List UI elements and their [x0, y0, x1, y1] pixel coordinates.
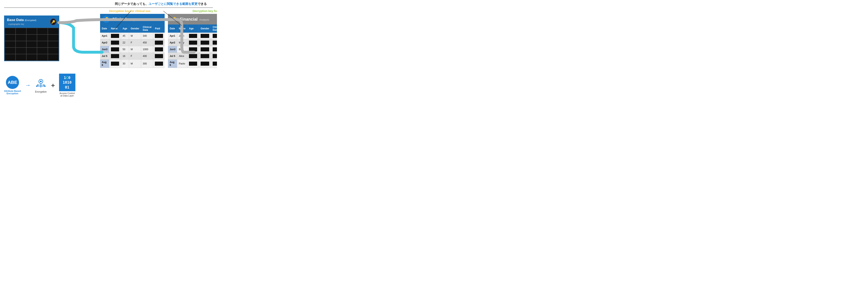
clinical-table-wrapper: 🔑 Clinical Analysis Date Name [100, 14, 165, 68]
financial-data-1 [211, 33, 217, 39]
clinical-data-table: Date Name Age Gender Clinical Data Paid [100, 25, 165, 68]
crypto-key-label: cryptographic key [8, 23, 24, 25]
base-data-title: Base Data (Encrypted) [7, 18, 36, 22]
clinical-data-5: 300 [141, 60, 153, 68]
financial-col-age: Age [187, 25, 199, 33]
table-row: Jul 5 Alice No [168, 53, 217, 60]
access-control-label: Access Control at Data Layer [60, 92, 75, 97]
svg-point-13 [36, 86, 37, 87]
annotation-divider [4, 7, 213, 8]
table-row: Aug 6 Paolo Yes [168, 60, 217, 68]
base-data-header: Base Data (Encrypted) cryptographic key … [4, 16, 59, 28]
clinical-name-2 [109, 39, 121, 46]
financial-table-header: 🔑 Financial Analysis [168, 14, 217, 25]
financial-date-2: Apr2 [168, 39, 177, 46]
base-data-cell [48, 28, 58, 34]
key-icon-circle: 🔑 [50, 19, 56, 25]
financial-name-3: Bob [177, 46, 187, 53]
binary-line1: 1C0 [63, 75, 71, 80]
financial-gender-1 [199, 33, 211, 39]
base-data-cell [16, 28, 26, 34]
table-row: Jun3 Bob No [168, 46, 217, 53]
financial-name-5: Paolo [177, 60, 187, 68]
base-data-cell [16, 48, 26, 54]
base-data-cell [48, 35, 58, 41]
clinical-col-gender: Gender [129, 25, 141, 33]
table-row: Aug 6 30 M 300 [100, 60, 165, 68]
financial-col-gender: Gender [199, 25, 211, 33]
table-row: Jun3 50 M 1000 [100, 46, 165, 53]
abe-wrapper: ABE Attribute Based Encryption [4, 76, 21, 95]
encryption-svg-icon [35, 77, 47, 90]
financial-age-5 [187, 60, 199, 68]
binary-display: 1C0 1010 01 [63, 75, 71, 90]
clinical-date-3: Jun3 [100, 46, 109, 53]
base-data-cell [5, 28, 15, 34]
clinical-paid-2 [153, 39, 165, 46]
base-data-cell [16, 41, 26, 47]
financial-date-1: Apr1 [168, 33, 177, 39]
svg-point-14 [44, 86, 45, 87]
clinical-data-4: 400 [141, 53, 153, 60]
base-data-cell [27, 28, 37, 34]
base-data-cell [37, 54, 48, 60]
financial-date-4: Jul 5 [168, 53, 177, 60]
clinical-age-3: 50 [121, 46, 129, 53]
clinical-table-body: Apr1 45 M 340 Apr2 [100, 33, 165, 68]
encryption-label: Encryption [35, 90, 47, 93]
clinical-name-1 [109, 33, 121, 39]
base-data-subtitle: (Encrypted) [25, 19, 36, 22]
clinical-table-header-row: Date Name Age Gender Clinical Data Paid [100, 25, 165, 33]
decryption-labels-row: Decryption key for clinical use Decrypti… [100, 9, 217, 13]
annotation-text-highlight: ユーザごとに閲覧できる範囲を変更 [149, 2, 197, 5]
financial-gender-2 [199, 39, 211, 46]
clinical-date-4: Jul 5 [100, 53, 109, 60]
base-data-cell [27, 41, 37, 47]
base-data-cell [27, 48, 37, 54]
base-data-cell [37, 41, 48, 47]
financial-table-title: Financial [180, 17, 197, 22]
decryption-label-financial: Decryption key for Financial [193, 9, 217, 13]
clinical-data-1: 340 [141, 33, 153, 39]
bottom-section: ABE Attribute Based Encryption → [4, 74, 213, 97]
financial-gender-5 [199, 60, 211, 68]
financial-table-body: Apr1 John Yes Apr2 Mary [168, 33, 217, 68]
financial-name-1: John [177, 33, 187, 39]
base-data-cell [5, 54, 15, 60]
table-row: Apr1 John Yes [168, 33, 217, 39]
table-row: Apr2 22 F 450 [100, 39, 165, 46]
clinical-table-header: 🔑 Clinical Analysis [100, 14, 165, 25]
analysis-tables: 🔑 Clinical Analysis Date Name [100, 14, 217, 68]
access-control-wrapper: 1C0 1010 01 Access Control at Data Layer [59, 74, 75, 97]
clinical-col-clinical: Clinical Data [141, 25, 153, 33]
base-data-cell [16, 35, 26, 41]
clinical-key-icon: 🔑 [102, 15, 110, 23]
table-row: Apr2 Mary No [168, 39, 217, 46]
access-control-line1: Access Control [60, 92, 75, 95]
binary-line2: 1010 [63, 80, 71, 84]
abe-full-label-line1: Attribute Based [4, 90, 21, 92]
clinical-gender-2: F [129, 39, 141, 46]
binary-line3: 01 [63, 85, 71, 90]
financial-age-2 [187, 39, 199, 46]
abe-circle: ABE [6, 76, 19, 89]
clinical-paid-3 [153, 46, 165, 53]
clinical-paid-1 [153, 33, 165, 39]
financial-name-4: Alice [177, 53, 187, 60]
financial-data-3 [211, 46, 217, 53]
clinical-data-3: 1000 [141, 46, 153, 53]
clinical-col-date: Date [100, 25, 109, 33]
financial-data-5 [211, 60, 217, 68]
financial-data-table: Date Name Age Gender Clinical Data Paid [168, 25, 217, 68]
base-data-cell [37, 48, 48, 54]
svg-point-5 [40, 80, 42, 82]
clinical-gender-3: M [129, 46, 141, 53]
clinical-age-2: 22 [121, 39, 129, 46]
base-data-cell [5, 41, 15, 47]
financial-col-clinical: Clinical Data [211, 25, 217, 33]
encryption-icon-wrapper: Encryption [35, 77, 47, 93]
table-row: Apr1 45 M 340 [100, 33, 165, 39]
financial-gender-4 [199, 53, 211, 60]
clinical-gender-1: M [129, 33, 141, 39]
financial-data-2 [211, 39, 217, 46]
